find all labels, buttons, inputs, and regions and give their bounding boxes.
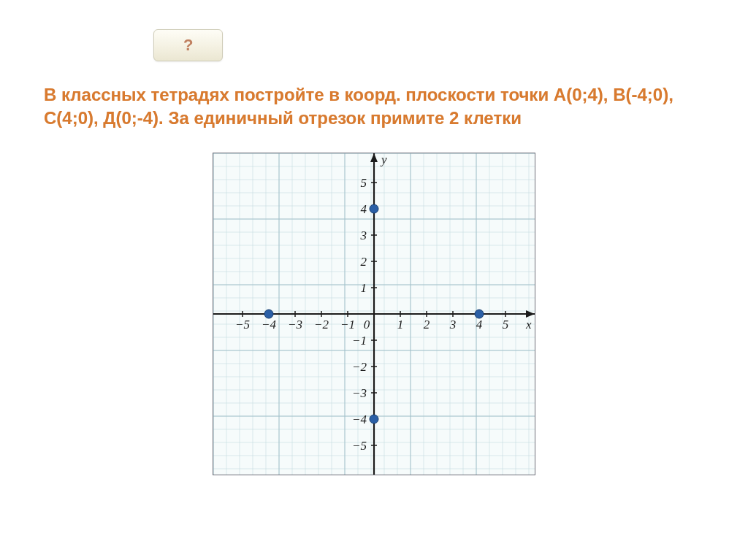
coordinate-grid: xy−5−4−3−2−1012345−5−4−3−2−112345 bbox=[213, 153, 535, 475]
x-tick-label: 4 bbox=[476, 318, 483, 331]
problem-text: В классных тетрадях постройте в коорд. п… bbox=[44, 83, 704, 131]
help-button[interactable]: ? bbox=[153, 29, 223, 61]
x-tick-label: 1 bbox=[397, 318, 404, 331]
y-tick-label: 5 bbox=[361, 176, 367, 190]
data-point bbox=[475, 310, 484, 318]
x-tick-label: 5 bbox=[503, 318, 509, 331]
origin-label: 0 bbox=[364, 318, 370, 331]
y-tick-label: 2 bbox=[361, 255, 367, 269]
problem-line1: В классных тетрадях постройте в коорд. п… bbox=[44, 85, 673, 104]
y-tick-label: −1 bbox=[352, 334, 367, 348]
x-tick-label: 2 bbox=[424, 318, 430, 331]
x-tick-label: −3 bbox=[288, 318, 302, 331]
x-tick-label: −2 bbox=[314, 318, 329, 331]
data-point bbox=[370, 415, 378, 423]
data-point bbox=[264, 310, 273, 318]
y-tick-label: −4 bbox=[352, 413, 367, 426]
x-tick-label: −1 bbox=[340, 318, 355, 331]
data-point bbox=[370, 204, 378, 213]
coordinate-plane: xy−5−4−3−2−1012345−5−4−3−2−112345 bbox=[213, 153, 535, 475]
y-axis-label: y bbox=[380, 153, 387, 166]
y-tick-label: 1 bbox=[361, 281, 367, 295]
y-tick-label: −3 bbox=[352, 386, 367, 400]
x-tick-label: −4 bbox=[262, 318, 276, 331]
help-button-label: ? bbox=[183, 36, 193, 54]
x-axis-label: x bbox=[525, 318, 532, 331]
y-tick-label: −5 bbox=[352, 439, 367, 453]
x-tick-label: −5 bbox=[235, 318, 250, 331]
y-tick-label: −2 bbox=[352, 360, 367, 374]
y-tick-label: 3 bbox=[360, 229, 367, 242]
chart-container: xy−5−4−3−2−1012345−5−4−3−2−112345 bbox=[44, 153, 704, 478]
x-tick-label: 3 bbox=[449, 318, 457, 331]
problem-line2: С(4;0), Д(0;-4). За единичный отрезок пр… bbox=[44, 108, 522, 128]
y-tick-label: 4 bbox=[361, 202, 367, 216]
